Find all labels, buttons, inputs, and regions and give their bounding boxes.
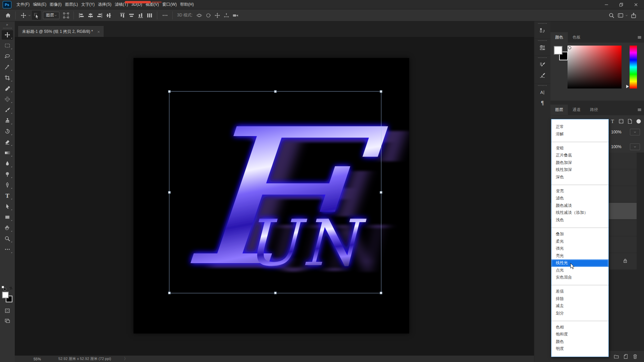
wand-tool[interactable] <box>2 62 13 72</box>
delete-layer-button[interactable] <box>632 354 638 359</box>
document-tab[interactable]: 未标题-1 @ 55% (组 1 拷贝 2, RGB/8) * <box>18 26 104 37</box>
pan-3d-button[interactable] <box>213 11 222 20</box>
document-area[interactable]: F UN F UN <box>15 37 534 355</box>
panel-character-button[interactable]: A <box>537 87 548 98</box>
transform-handle-middle-left[interactable] <box>168 191 171 193</box>
menu-item[interactable]: 图层(L) <box>63 0 80 9</box>
orbit-3d-button[interactable] <box>195 11 204 20</box>
shape-tool[interactable] <box>2 213 13 222</box>
menu-item[interactable]: 选择(S) <box>96 0 113 9</box>
workspace-button[interactable] <box>616 11 625 20</box>
blend-mode-option[interactable]: 线性加深 <box>551 166 608 174</box>
blend-mode-option[interactable]: 划分 <box>551 310 608 317</box>
transform-handle-bottom-left[interactable] <box>168 292 171 294</box>
color-panel-menu-icon[interactable] <box>637 32 642 43</box>
blend-mode-option[interactable]: 变亮 <box>551 188 608 195</box>
fill-dropdown-chevron[interactable] <box>630 143 640 150</box>
menu-item[interactable]: 图像(I) <box>48 0 63 9</box>
workspace-chevron-icon[interactable] <box>625 11 629 20</box>
layers-panel-tab[interactable]: 图层 <box>550 105 568 115</box>
align-left-button[interactable] <box>77 11 86 20</box>
gradient-tool[interactable] <box>2 148 13 158</box>
align-middle-h-button[interactable] <box>127 11 136 20</box>
blend-mode-option[interactable]: 饱和度 <box>551 331 608 338</box>
blend-mode-option[interactable]: 柔光 <box>551 238 608 245</box>
panel-history-button[interactable] <box>537 25 548 36</box>
align-right-button[interactable] <box>95 11 104 20</box>
minimize-button[interactable] <box>599 0 614 9</box>
zoom-tool[interactable] <box>2 234 13 243</box>
panel-group-grip[interactable] <box>538 85 547 86</box>
layers-panel-menu-icon[interactable] <box>637 105 642 115</box>
filter-type-button[interactable]: T <box>609 118 615 124</box>
blend-mode-option[interactable]: 点光 <box>551 267 608 274</box>
align-center-h-button[interactable] <box>86 11 95 20</box>
transform-handle-top-right[interactable] <box>380 90 382 93</box>
move-tool[interactable] <box>2 30 13 40</box>
blend-mode-option[interactable]: 正常 <box>551 123 608 131</box>
app-logo[interactable]: Ps <box>3 1 11 8</box>
transform-handle-top-middle[interactable] <box>274 90 276 93</box>
fill-value[interactable]: 100% <box>611 144 622 149</box>
transform-handle-bottom-middle[interactable] <box>274 292 276 294</box>
collapse-toolbar-button[interactable]: » <box>0 21 15 26</box>
distribute-h-button[interactable] <box>145 11 154 20</box>
blend-mode-option[interactable]: 叠加 <box>551 231 608 238</box>
camera-3d-button[interactable] <box>231 11 240 20</box>
restore-button[interactable] <box>614 0 629 9</box>
tab-close-icon[interactable] <box>97 30 100 34</box>
dodge-tool[interactable] <box>2 170 13 179</box>
panel-brush-settings-button[interactable] <box>537 60 548 70</box>
healing-tool[interactable] <box>2 95 13 104</box>
hue-slider-arrow[interactable] <box>626 85 629 88</box>
current-tool-button[interactable] <box>19 11 28 20</box>
new-layer-button[interactable] <box>623 354 629 359</box>
blend-mode-option[interactable]: 颜色加深 <box>551 159 608 167</box>
blend-mode-option[interactable]: 差值 <box>551 288 608 295</box>
swap-colors-button[interactable] <box>9 286 13 290</box>
blend-mode-option[interactable]: 正片叠底 <box>551 152 608 159</box>
blend-mode-option[interactable]: 亮光 <box>551 252 608 260</box>
menu-item[interactable]: 文字(Y) <box>79 0 96 9</box>
blend-mode-option[interactable]: 溶解 <box>551 131 608 138</box>
brush-tool[interactable] <box>2 105 13 115</box>
zoom-level-field[interactable]: 55% <box>34 357 41 361</box>
toggle-circle-button[interactable] <box>636 118 642 124</box>
hand-tool[interactable] <box>2 223 13 233</box>
menu-item[interactable]: 窗口(W) <box>161 0 178 9</box>
hue-slider[interactable] <box>630 46 637 88</box>
saturation-brightness-field[interactable] <box>568 46 622 88</box>
stamp-tool[interactable] <box>2 116 13 125</box>
opacity-dropdown-chevron[interactable] <box>630 129 640 135</box>
color-field-marker[interactable] <box>568 46 571 49</box>
menu-item[interactable]: 帮助(H) <box>178 0 196 9</box>
new-group-button[interactable] <box>613 354 619 359</box>
eyedropper-tool[interactable] <box>2 84 13 93</box>
panel-foreground-swatch[interactable] <box>554 46 562 55</box>
screen-mode-button[interactable] <box>2 316 13 325</box>
more-options-button[interactable] <box>160 11 169 20</box>
panel-group-grip[interactable] <box>538 57 547 58</box>
auto-select-button[interactable] <box>32 11 41 20</box>
auto-select-target-select[interactable]: 图层 <box>43 12 59 19</box>
toolbar-grip[interactable] <box>3 28 12 28</box>
home-button[interactable] <box>3 11 12 20</box>
blend-mode-option[interactable]: 颜色 <box>551 338 608 346</box>
panel-3d-button[interactable] <box>537 43 548 53</box>
layers-panel-tab[interactable]: 路径 <box>585 105 603 115</box>
menu-item[interactable]: 编辑(E) <box>31 0 48 9</box>
filter-smart-button[interactable] <box>627 118 633 124</box>
blend-mode-option[interactable]: 线性减淡（添加） <box>551 209 608 217</box>
crop-tool[interactable] <box>2 73 13 82</box>
status-options-chevron[interactable]: 〉 <box>124 356 128 362</box>
transform-handle-bottom-right[interactable] <box>380 292 382 294</box>
blend-mode-option[interactable]: 深色 <box>551 174 608 181</box>
eraser-tool[interactable] <box>2 137 13 147</box>
slide-3d-button[interactable] <box>222 11 231 20</box>
foreground-color-swatch[interactable] <box>2 292 9 298</box>
blend-mode-option[interactable]: 变暗 <box>551 145 608 152</box>
color-panel-tab[interactable]: 颜色 <box>550 32 568 43</box>
transform-bounding-box[interactable] <box>169 91 381 293</box>
type-tool[interactable]: T <box>2 191 13 200</box>
panel-paragraph-button[interactable]: ¶ <box>537 98 548 108</box>
